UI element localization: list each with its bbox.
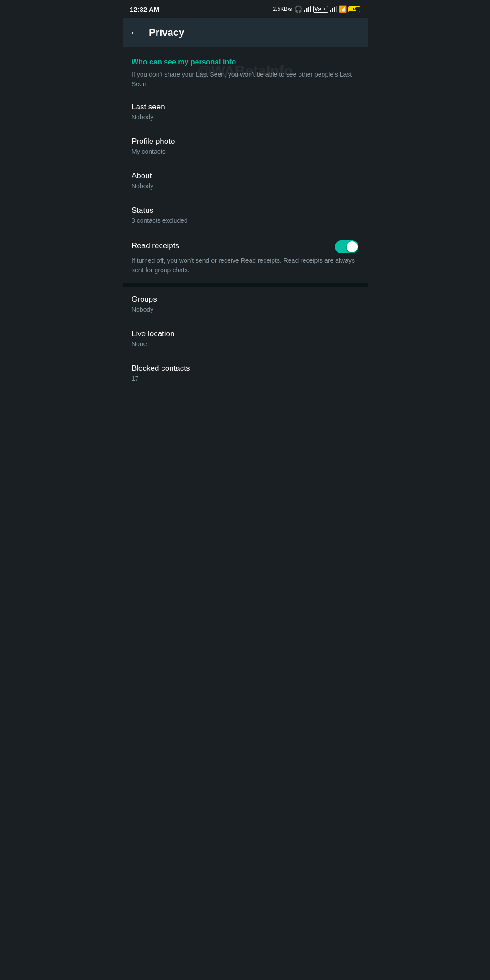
svg-rect-2 [308,7,309,12]
about-item[interactable]: About Nobody [122,163,368,198]
section-desc: If you don't share your Last Seen, you w… [132,70,358,89]
status-icons: 2.5KB/s 🎧 VoLTE 📶 [273,5,360,13]
blocked-contacts-title: Blocked contacts [132,364,358,373]
blocked-contacts-value: 17 [132,375,358,382]
section-title: Who can see my personal info [132,58,358,66]
read-receipts-title: Read receipts [132,241,179,250]
about-value: Nobody [132,182,358,190]
live-location-value: None [132,340,358,348]
read-receipts-toggle[interactable] [335,240,358,253]
about-title: About [132,172,358,181]
read-receipts-item[interactable]: Read receipts If turned off, you won't s… [122,232,368,283]
headphone-icon: 🎧 [294,5,302,13]
battery-icon: 24 [348,6,360,12]
svg-rect-0 [304,10,305,12]
section-divider [122,283,368,287]
wifi-icon: 📶 [339,5,347,13]
last-seen-value: Nobody [132,113,358,121]
svg-rect-3 [310,6,312,12]
toolbar: ← Privacy [122,18,368,47]
signal2-icon [330,6,337,12]
page-title: Privacy [149,27,184,39]
toggle-knob [347,241,358,252]
blocked-contacts-item[interactable]: Blocked contacts 17 [122,356,368,390]
live-location-item[interactable]: Live location None [122,321,368,356]
read-receipts-desc: If turned off, you won't send or receive… [132,256,358,275]
status-value: 3 contacts excluded [132,217,358,224]
network-speed: 2.5KB/s [273,6,292,12]
svg-rect-5 [332,8,333,12]
status-time: 12:32 AM [130,5,159,13]
groups-item[interactable]: Groups Nobody [122,287,368,321]
profile-photo-item[interactable]: Profile photo My contacts [122,129,368,163]
signal-icon [304,6,311,12]
profile-photo-title: Profile photo [132,137,358,146]
last-seen-item[interactable]: Last seen Nobody [122,94,368,129]
svg-rect-4 [330,10,331,12]
last-seen-title: Last seen [132,103,358,112]
groups-title: Groups [132,295,358,304]
toggle-switch[interactable] [335,240,358,253]
main-content: @WABetaInfo Who can see my personal info… [122,47,368,390]
svg-rect-7 [336,6,338,12]
svg-rect-6 [334,7,335,12]
personal-info-section: @WABetaInfo Who can see my personal info… [122,47,368,94]
live-location-title: Live location [132,329,358,338]
status-item[interactable]: Status 3 contacts excluded [122,198,368,232]
status-bar: 12:32 AM 2.5KB/s 🎧 VoLTE 📶 [122,0,368,18]
status-title: Status [132,206,358,215]
volte-icon: VoLTE [313,6,328,13]
profile-photo-value: My contacts [132,148,358,155]
groups-value: Nobody [132,306,358,313]
back-button[interactable]: ← [130,27,140,39]
svg-rect-1 [306,8,308,12]
